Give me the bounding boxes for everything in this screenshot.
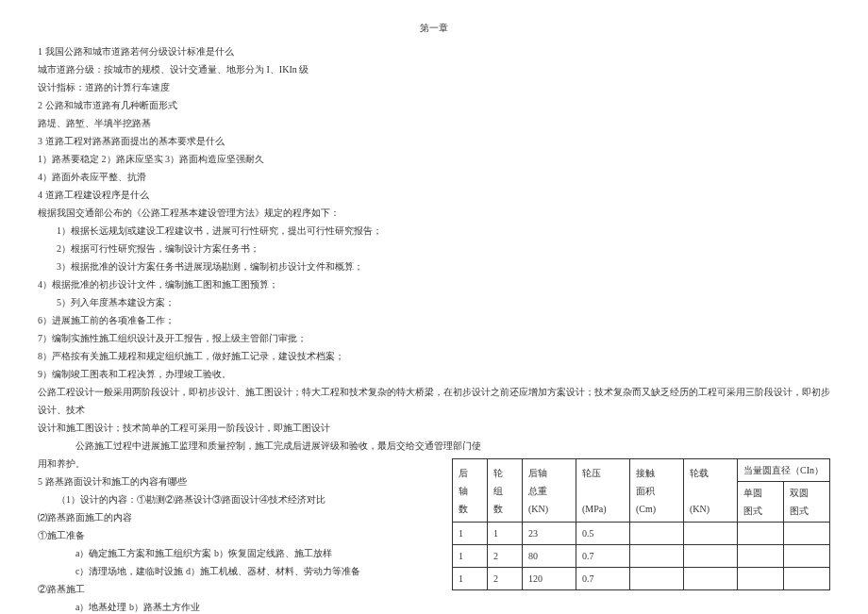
cell: 0.7 [576, 568, 630, 590]
line: 城市道路分级：按城市的规模、设计交通量、地形分为 I、IKIn 级 [38, 60, 830, 78]
line: 4）路面外表应平整、抗滑 [38, 168, 830, 186]
cell: 2 [488, 568, 523, 590]
cell [738, 568, 784, 590]
cell [684, 523, 738, 545]
cell: 1 [453, 523, 488, 545]
cell: 0.7 [576, 545, 630, 568]
line: 设计和施工图设计；技术简单的工程可采用一阶段设计，即施工图设计 [38, 419, 830, 437]
cell: 0.5 [576, 523, 630, 545]
line: 9）编制竣工图表和工程决算，办理竣工验收。 [38, 365, 830, 383]
cell: 2 [488, 545, 523, 568]
line: 根据我国交通部公布的《公路工程基本建设管理方法》规定的程序如下： [38, 204, 830, 222]
table-row: 1 2 80 0.7 [453, 545, 830, 568]
cell [684, 545, 738, 568]
cell [738, 545, 784, 568]
cell: 1 [453, 545, 488, 568]
line: 5）列入年度基本建设方案； [38, 293, 830, 311]
line: 1）路基要稳定 2）路床应坚实 3）路面构造应坚强耐久 [38, 150, 830, 168]
cell: 后轴总重(KN) [523, 459, 576, 523]
line: 2 公路和城市道路有几种断面形式 [38, 96, 830, 114]
line: 公路施工过程中进展施工监理和质量控制，施工完成后进展评级和验收，最后交给交通管理… [38, 437, 830, 455]
cell [784, 523, 830, 545]
cell: 1 [488, 523, 523, 545]
line: 1）根据长远规划或建设工程建议书，进展可行性研究，提出可行性研究报告； [38, 222, 830, 240]
page-title: 第一章 [38, 19, 830, 37]
table-row: 1 1 23 0.5 [453, 523, 830, 545]
cell: 当量圆直径（CIn） [738, 459, 830, 482]
line: 4 道路工程建设程序是什么 [38, 186, 830, 204]
line: 3）根据批准的设计方案任务书进展现场勘测，编制初步设计文件和概算； [38, 257, 830, 275]
line: 2）根据可行性研究报告，编制设计方案任务书； [38, 240, 830, 257]
cell: 120 [523, 568, 576, 590]
table-row: 1 2 120 0.7 [453, 568, 830, 590]
cell: 23 [523, 523, 576, 545]
line: 路堤、路堑、半填半挖路基 [38, 114, 830, 132]
table-row: 后轴数 轮组数 后轴总重(KN) 轮压(MPa) 接触面积(Cm) 轮载(KN)… [453, 459, 830, 482]
cell [738, 523, 784, 545]
cell: 1 [453, 568, 488, 590]
line: a）地基处理 b）路基土方作业 [38, 598, 830, 614]
cell [630, 568, 684, 590]
line: 设计指标：道路的计算行车速度 [38, 78, 830, 96]
cell: 双圆图式 [784, 482, 830, 523]
data-table: 后轴数 轮组数 后轴总重(KN) 轮压(MPa) 接触面积(Cm) 轮载(KN)… [452, 458, 830, 590]
line: 4）根据批准的初步设计文件，编制施工图和施工图预算； [38, 275, 830, 293]
cell [630, 545, 684, 568]
line: 8）严格按有关施工规程和规定组织施工，做好施工记录，建设技术档案； [38, 347, 830, 365]
line: 公路工程设计一般采用两阶段设计，即初步设计、施工图设计；特大工程和技术复杂的特大… [38, 383, 830, 419]
cell: 后轴数 [453, 459, 488, 523]
cell: 轮组数 [488, 459, 523, 523]
cell: 80 [523, 545, 576, 568]
line: 7）编制实施性施工组织设计及开工报告，报上级主管部门审批； [38, 329, 830, 347]
line: 3 道路工程对路基路面提出的基本要求是什么 [38, 132, 830, 150]
line: 1 我国公路和城市道路若何分级设计标准是什么 [38, 42, 830, 60]
cell [630, 523, 684, 545]
cell: 接触面积(Cm) [630, 459, 684, 523]
cell: 轮载(KN) [684, 459, 738, 523]
cell: 轮压(MPa) [576, 459, 630, 523]
cell [784, 568, 830, 590]
line: 6）进展施工前的各项准备工作； [38, 311, 830, 329]
cell [684, 568, 738, 590]
cell: 单圆图式 [738, 482, 784, 523]
cell [784, 545, 830, 568]
